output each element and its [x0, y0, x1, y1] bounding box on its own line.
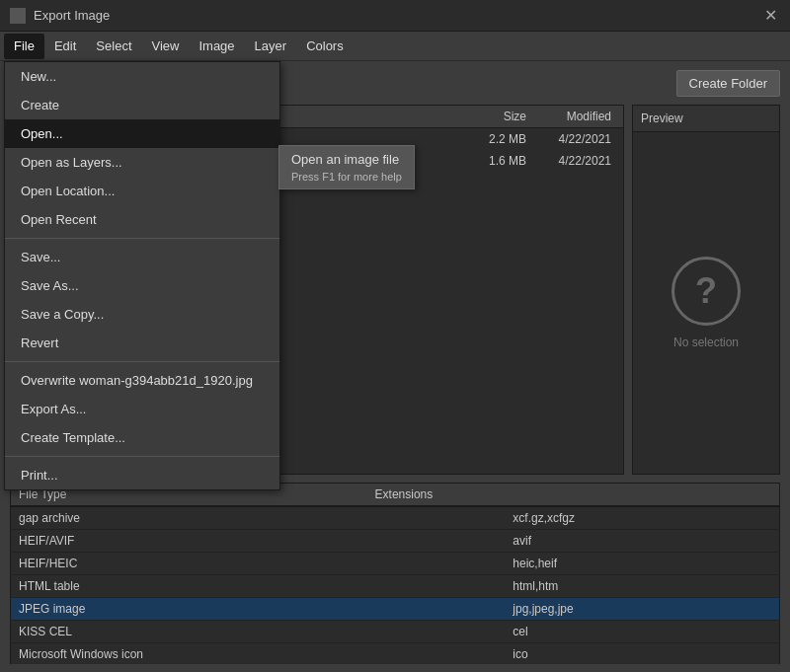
- filetype-row[interactable]: HEIF/AVIF avif: [11, 530, 780, 553]
- filetype-ext: html,htm: [505, 575, 779, 598]
- file-modified: 4/22/2021: [526, 132, 615, 146]
- menu-create[interactable]: Create: [5, 91, 279, 119]
- menu-export-as[interactable]: Export As...: [5, 395, 279, 423]
- menu-item-image[interactable]: Image: [189, 34, 244, 59]
- filetype-ext: ico: [505, 643, 779, 665]
- menu-bar: FileEditSelectViewImageLayerColors: [0, 32, 790, 61]
- title-bar: Export Image ✕: [0, 0, 790, 32]
- filetype-row[interactable]: KISS CEL cel: [11, 621, 780, 643]
- menu-item-select[interactable]: Select: [86, 34, 141, 59]
- filetype-type: Microsoft Windows icon: [11, 643, 506, 665]
- filetype-ext: avif: [505, 530, 779, 553]
- filetype-type: KISS CEL: [11, 621, 506, 643]
- menu-print[interactable]: Print...: [5, 461, 279, 489]
- filetype-row[interactable]: Microsoft Windows icon ico: [11, 643, 780, 665]
- menu-item-view[interactable]: View: [142, 34, 190, 59]
- filetype-type: HEIF/AVIF: [11, 530, 506, 553]
- menu-item-file[interactable]: File: [4, 34, 44, 59]
- menu-item-edit[interactable]: Edit: [44, 34, 86, 59]
- filetype-ext: xcf.gz,xcfgz: [505, 507, 779, 530]
- close-button[interactable]: ✕: [760, 6, 780, 26]
- filetype-ext: heic,heif: [505, 553, 779, 575]
- menu-open[interactable]: Open...: [5, 119, 279, 148]
- file-menu-dropdown: New...CreateOpen...Open as Layers...Open…: [4, 61, 280, 490]
- preview-label: Preview: [633, 106, 779, 132]
- filetype-type: gap archive: [11, 507, 506, 530]
- create-folder-button[interactable]: Create Folder: [676, 70, 780, 97]
- filetype-table-body: gap archive xcf.gz,xcfgz HEIF/AVIF avif …: [10, 506, 780, 664]
- menu-save-as[interactable]: Save As...: [5, 271, 279, 300]
- filetype-ext: jpg,jpeg,jpe: [505, 598, 779, 621]
- menu-revert[interactable]: Revert: [5, 329, 279, 357]
- column-header-size: Size: [457, 110, 526, 123]
- menu-open-as-layers[interactable]: Open as Layers...: [5, 148, 279, 177]
- menu-separator: [5, 238, 279, 239]
- menu-item-colors[interactable]: Colors: [296, 34, 354, 59]
- filetype-col-header-ext: Extensions: [367, 484, 780, 506]
- menu-open-recent[interactable]: Open Recent: [5, 205, 279, 234]
- menu-item-layer[interactable]: Layer: [245, 34, 297, 59]
- file-size: 1.6 MB: [457, 154, 526, 168]
- filetype-row[interactable]: HTML table html,htm: [11, 575, 780, 598]
- filetype-scroll[interactable]: gap archive xcf.gz,xcfgz HEIF/AVIF avif …: [10, 506, 780, 664]
- app-icon: [10, 8, 26, 24]
- filetype-row[interactable]: HEIF/HEIC heic,heif: [11, 553, 780, 575]
- filetype-type: HEIF/HEIC: [11, 553, 506, 575]
- filetype-type: JPEG image: [11, 598, 506, 621]
- menu-open-location[interactable]: Open Location...: [5, 177, 279, 205]
- menu-create-template[interactable]: Create Template...: [5, 423, 279, 452]
- preview-panel: Preview ? No selection: [632, 105, 780, 475]
- window-title: Export Image: [34, 8, 110, 23]
- filetype-type: HTML table: [11, 575, 506, 598]
- preview-no-selection: No selection: [673, 336, 739, 349]
- menu-separator: [5, 361, 279, 362]
- file-size: 2.2 MB: [457, 132, 526, 146]
- menu-save-copy[interactable]: Save a Copy...: [5, 300, 279, 329]
- column-header-modified: Modified: [526, 110, 615, 123]
- preview-question-icon: ?: [672, 257, 741, 326]
- filetype-area: File Type Extensions gap archive xcf.gz,…: [0, 483, 790, 672]
- menu-separator: [5, 456, 279, 457]
- menu-new[interactable]: New...: [5, 62, 279, 91]
- filetype-ext: cel: [505, 621, 779, 643]
- filetype-row[interactable]: JPEG image jpg,jpeg,jpe: [11, 598, 780, 621]
- file-modified: 4/22/2021: [526, 154, 615, 168]
- menu-overwrite[interactable]: Overwrite woman-g394abb21d_1920.jpg: [5, 366, 279, 395]
- menu-save[interactable]: Save...: [5, 243, 279, 271]
- preview-content: ? No selection: [633, 132, 779, 474]
- filetype-row[interactable]: gap archive xcf.gz,xcfgz: [11, 507, 780, 530]
